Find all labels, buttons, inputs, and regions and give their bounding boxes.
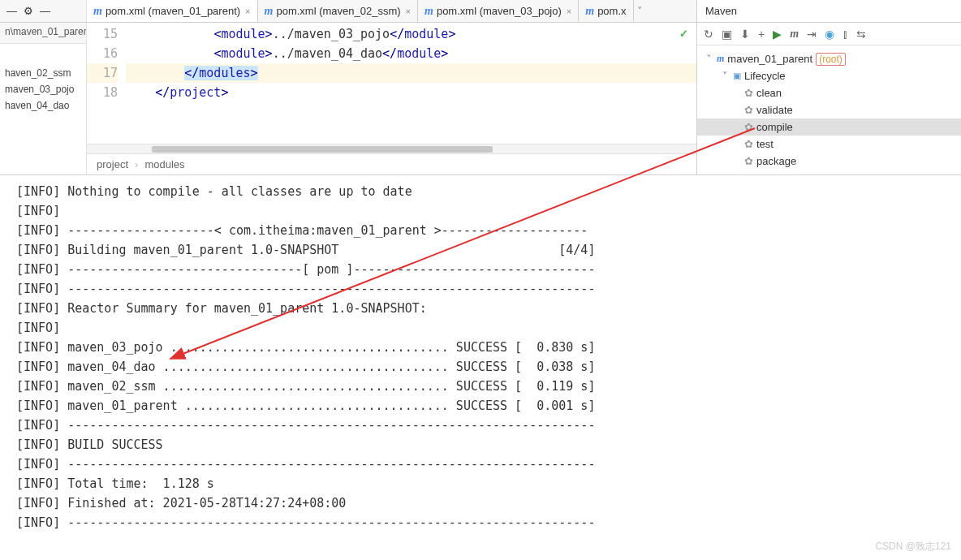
run-icon[interactable]: ▶ [773,28,782,41]
sidebar-item[interactable]: haven_02_ssm [0,65,86,81]
maven-icon[interactable]: m [790,28,799,41]
refresh-icon[interactable]: ↻ [704,28,713,41]
gear-icon: ✿ [744,138,753,150]
maven-icon: m [265,5,274,18]
watermark: CSDN @致志121 [875,540,951,554]
code-body[interactable]: <module>../maven_03_pojo</module> <modul… [126,23,696,144]
gear-icon: ✿ [744,155,753,167]
gear-icon: ✿ [744,104,753,116]
goal-package[interactable]: ✿package [697,153,961,170]
sidebar-header: n\maven_01_paren [0,23,86,44]
maven-icon: m [424,5,433,18]
tab-label: pom.xml (maven_01_parent) [106,5,240,17]
goal-compile[interactable]: ✿compile [697,118,961,136]
build-console[interactable]: [INFO] Nothing to compile - all classes … [0,175,961,560]
goal-test[interactable]: ✿test [697,136,961,153]
skip-icon[interactable]: ⇥ [807,28,817,41]
title-bar: — ⚙ — m pom.xml (maven_01_parent) × m po… [0,0,961,23]
maven-tree[interactable]: ˅ m maven_01_parent (root) ˅ ▣ Lifecycle… [697,45,961,174]
h-scrollbar[interactable] [87,144,696,153]
close-icon[interactable]: × [567,6,571,16]
plus-icon[interactable]: + [758,28,765,41]
dash-icon[interactable]: — [6,5,17,17]
tab-label: pom.xml (maven_03_pojo) [437,5,562,17]
build-icon[interactable]: ▣ [722,28,732,41]
check-icon: ✓ [679,28,688,40]
scroll-thumb[interactable] [152,146,493,153]
offline-icon[interactable]: ◉ [825,28,834,41]
close-icon[interactable]: × [245,6,250,16]
goal-clean[interactable]: ✿clean [697,84,961,101]
tab-label: pom.xml (maven_02_ssm) [276,5,400,17]
project-sidebar: n\maven_01_paren haven_02_ssm maven_03_p… [0,23,87,174]
collapse-icon[interactable]: ⫿ [842,28,848,41]
dash-icon[interactable]: — [40,5,50,17]
folder-icon: ▣ [733,71,741,81]
tree-folder-lifecycle[interactable]: ˅ ▣ Lifecycle [697,67,961,84]
tab-pom-parent[interactable]: m pom.xml (maven_01_parent) × [87,0,258,22]
maven-icon: m [717,53,724,65]
gear-icon[interactable]: ⚙ [24,5,33,17]
gutter: 15 16 17 18 [87,23,126,144]
root-badge: (root) [816,53,846,66]
sidebar-item[interactable]: haven_04_dao [0,97,86,114]
gear-icon: ✿ [744,121,753,133]
chevron-down-icon[interactable]: ˅ [634,5,646,17]
gear-icon: ✿ [744,87,753,99]
maven-panel: ↻ ▣ ⬇ + ▶ m ⇥ ◉ ⫿ ⇆ ˅ m maven_01_parent … [696,23,961,174]
layout-icon[interactable]: ⇆ [856,28,866,41]
chevron-down-icon[interactable]: ˅ [720,70,730,82]
maven-toolbar: ↻ ▣ ⬇ + ▶ m ⇥ ◉ ⫿ ⇆ [697,23,961,45]
maven-icon: m [585,5,594,18]
goal-validate[interactable]: ✿validate [697,101,961,118]
sidebar-item[interactable]: maven_03_pojo [0,81,86,97]
maven-panel-title: Maven [696,0,961,22]
tab-pom-cut[interactable]: m pom.x [579,0,633,22]
editor-tabs: m pom.xml (maven_01_parent) × m pom.xml … [87,0,696,22]
close-icon[interactable]: × [406,6,411,16]
tab-pom-ssm[interactable]: m pom.xml (maven_02_ssm) × [258,0,418,22]
tree-root[interactable]: ˅ m maven_01_parent (root) [697,50,961,67]
download-icon[interactable]: ⬇ [740,28,750,41]
breadcrumb[interactable]: project › modules [87,153,696,174]
maven-icon: m [93,5,102,18]
tab-pom-pojo[interactable]: m pom.xml (maven_03_pojo) × [418,0,579,22]
chevron-down-icon[interactable]: ˅ [704,53,713,65]
code-editor[interactable]: 15 16 17 18 <module>../maven_03_pojo</mo… [87,23,696,174]
tab-label: pom.x [597,5,626,17]
